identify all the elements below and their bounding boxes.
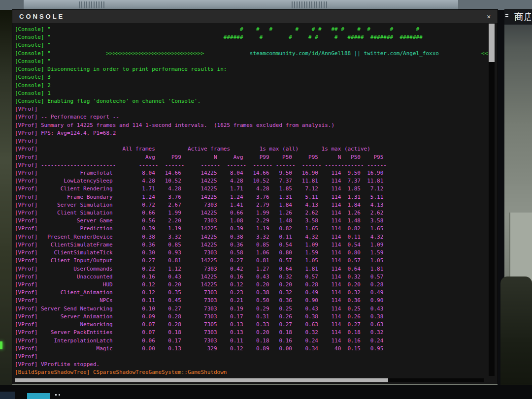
console-line: [VProf] Frame Boundary 1.24 3.76 14225 1… xyxy=(15,193,488,201)
console-line: [VProf] Present_RenderDevice 0.38 3.32 1… xyxy=(15,233,488,241)
console-title: CONSOLE xyxy=(19,13,65,20)
console-line: [VProf] ClientSimulateTick 0.30 0.93 730… xyxy=(15,249,488,257)
scene-green-light xyxy=(0,341,2,349)
game-scene-left xyxy=(0,10,12,385)
console-line: [VProf] Magic 0.00 0.13 329 0.12 0.89 0.… xyxy=(15,345,488,353)
horizontal-scrollbar-thumb[interactable] xyxy=(15,378,388,382)
scene-panel xyxy=(509,213,532,281)
console-line: [VProf] Client Rendering 1.71 4.28 14225… xyxy=(15,185,488,193)
console-line: [VProf] All frames Active frames 1s max … xyxy=(15,145,488,153)
console-line: [VProf] UserCommands 0.22 1.12 7303 0.42… xyxy=(15,265,488,273)
console-line: [VProf] HUD 0.12 0.20 14225 0.12 0.20 0.… xyxy=(15,281,488,289)
console-line: [Console] " xyxy=(15,58,488,65)
console-line: [VProf] Client Input/Output 0.27 0.81 14… xyxy=(15,257,488,265)
game-scene-top xyxy=(0,0,532,10)
console-line: [VProf] Client_Animation 0.12 0.35 7303 … xyxy=(15,289,488,297)
console-line: [VProf] Avg P99 N Avg P99 P50 P95 N P50 … xyxy=(15,153,488,161)
close-icon[interactable]: ✕ xyxy=(487,13,491,20)
console-line: [Console] " >>>>>>>>>>>>>>>>>>>>>>>>>>>>… xyxy=(15,50,488,58)
bottom-bar-dot xyxy=(55,394,57,396)
vertical-scrollbar-thumb[interactable] xyxy=(489,24,495,62)
console-line: [VProf] Prediction 0.39 1.19 14225 0.39 … xyxy=(15,225,488,233)
console-line: [VProf] xyxy=(15,105,488,113)
scene-shadow xyxy=(0,0,24,10)
console-line: [Console] " ###### # # # # # ##### #####… xyxy=(15,33,488,41)
console-window: CONSOLE ✕ [Console] " # # # # # # ## # #… xyxy=(12,10,498,384)
scene-shadow xyxy=(458,0,532,10)
shop-label[interactable]: 商店 xyxy=(514,11,531,23)
horizontal-scrollbar[interactable] xyxy=(15,378,484,382)
console-line: [VProf] VProfLite stopped. xyxy=(15,361,488,368)
console-line: [Console] 2 xyxy=(15,82,488,90)
console-titlebar[interactable]: CONSOLE ✕ xyxy=(12,10,498,23)
console-line: [VProf] LowLatencySleep 4.28 10.52 14225… xyxy=(15,177,488,185)
vertical-scrollbar[interactable] xyxy=(489,24,495,376)
console-line: [VProf] NPCs 0.11 0.45 7303 0.21 0.50 0.… xyxy=(15,297,488,305)
console-line: [BuildSparseShadowTree] CSparseShadowTre… xyxy=(15,368,488,376)
console-line: [Console] Enabling flag 'donotecho' on c… xyxy=(15,97,488,105)
console-line: [VProf] xyxy=(15,137,488,145)
console-line: [Console] 3 xyxy=(15,73,488,81)
scene-vent xyxy=(292,1,327,8)
bottom-bar-dot xyxy=(59,394,60,396)
bottom-bar xyxy=(0,385,532,399)
console-line: [VProf] FrameTotal 8.04 14.66 14225 8.04… xyxy=(15,169,488,177)
console-line: [VProf] Networking 0.07 0.28 7305 0.13 0… xyxy=(15,321,488,329)
console-line: [VProf] Server Animation 0.09 0.28 7303 … xyxy=(15,313,488,321)
console-output: [Console] " # # # # # # ## # # # # #[Con… xyxy=(15,26,488,378)
bottom-bar-accent xyxy=(27,393,50,399)
console-line: [Console] " # # # # # # ## # # # # # xyxy=(15,26,488,33)
console-line: [Console] " xyxy=(15,41,488,49)
console-line: [VProf] Server PackEntities 0.07 0.18 73… xyxy=(15,329,488,337)
console-line: [VProf] ----------------------- ------ -… xyxy=(15,161,488,169)
scene-dark-object xyxy=(500,276,532,385)
console-line: [VProf] Unaccounted 0.16 0.43 14225 0.16… xyxy=(15,273,488,281)
bottom-bar-block xyxy=(0,392,15,399)
console-body: [Console] " # # # # # # ## # # # # #[Con… xyxy=(12,23,498,384)
console-line: [VProf] FPS: Avg=124.4, P1=68.2 xyxy=(15,129,488,137)
console-line: [VProf] Server Game 0.56 2.20 7303 1.08 … xyxy=(15,217,488,225)
console-line: [VProf] Summary of 14225 frames and 114 … xyxy=(15,122,488,129)
scene-vent xyxy=(79,1,106,8)
console-line: [VProf] InterpolationLatch 0.06 0.17 730… xyxy=(15,337,488,345)
console-line: [VProf] ClientSimulateFrame 0.36 0.85 14… xyxy=(15,241,488,249)
console-line: [VProf] xyxy=(15,353,488,361)
console-line: [Console] 1 xyxy=(15,90,488,97)
console-line: [VProf] Server Simulation 0.72 2.67 7303… xyxy=(15,201,488,209)
console-line: [VProf] Server Send Networking 0.10 0.27… xyxy=(15,305,488,313)
console-line: [VProf] Client Simulation 0.66 1.99 1422… xyxy=(15,209,488,217)
console-line: [Console] Disconnecting in order to prin… xyxy=(15,65,488,73)
console-line: [VProf] -- Performance report -- xyxy=(15,113,488,121)
hud-marker-icon xyxy=(505,14,508,19)
